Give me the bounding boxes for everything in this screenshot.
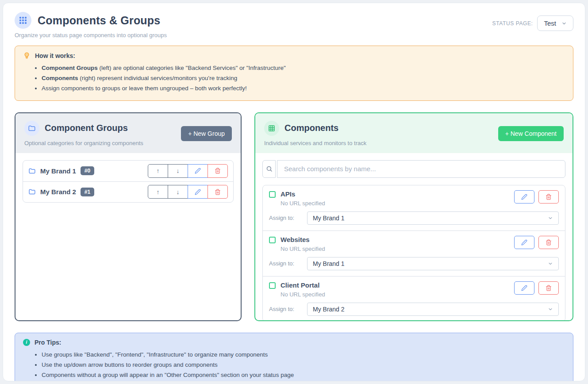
component-search <box>262 160 565 178</box>
component-groups-panel: Component Groups Optional categories for… <box>15 112 242 321</box>
how-it-works-item: Assign components to groups or leave the… <box>42 83 565 93</box>
how-it-works-list: Component Groups (left) are optional cat… <box>23 63 565 94</box>
component-row: Websites No URL specified <box>263 230 565 276</box>
how-it-works-box: How it works: Component Groups (left) ar… <box>15 46 573 101</box>
group-row: My Brand 2 #1 ↑ ↓ <box>23 181 233 202</box>
component-checkbox[interactable] <box>269 191 276 198</box>
pencil-icon <box>195 189 201 195</box>
trash-icon <box>215 168 221 174</box>
search-icon <box>266 165 273 172</box>
component-actions <box>514 190 559 204</box>
page-subtitle: Organize your status page components int… <box>15 32 167 38</box>
chevron-down-icon <box>548 261 553 266</box>
assign-group-select[interactable]: My Brand 1 <box>307 257 559 270</box>
component-row: APIs No URL specified <box>263 185 565 230</box>
status-page-value: Test <box>544 19 556 27</box>
group-order-badge: #0 <box>81 166 94 175</box>
delete-group-button[interactable] <box>208 185 228 199</box>
page-header-left: Components & Groups Organize your status… <box>15 12 167 38</box>
pro-tips-list: Use groups like "Backend", "Frontend", "… <box>23 349 565 380</box>
delete-component-button[interactable] <box>538 281 559 295</box>
trash-icon <box>546 194 552 200</box>
component-groups-subtitle: Optional categories for organizing compo… <box>24 140 143 146</box>
pro-tips-item: Components without a group will appear i… <box>42 370 565 380</box>
assign-group-select[interactable]: My Brand 1 <box>307 211 559 225</box>
folder-icon <box>28 124 36 132</box>
group-actions: ↑ ↓ <box>148 164 228 178</box>
chevron-down-icon <box>548 307 553 312</box>
group-name: My Brand 2 <box>40 188 76 196</box>
edit-component-button[interactable] <box>514 236 534 249</box>
page-title: Components & Groups <box>38 14 160 27</box>
pro-tips-title: Pro Tips: <box>35 339 61 346</box>
move-group-up-button[interactable]: ↑ <box>148 164 168 178</box>
components-panel: Components Individual services and monit… <box>254 112 573 321</box>
lightbulb-icon <box>23 52 31 59</box>
chevron-down-icon <box>548 215 553 221</box>
component-name: APIs <box>281 190 325 198</box>
bullet-bold: Component Groups <box>42 65 98 71</box>
component-actions <box>514 281 559 295</box>
pencil-icon <box>195 168 201 174</box>
folder-icon <box>28 188 36 196</box>
pencil-icon <box>521 194 527 200</box>
assign-to-label: Assign to: <box>269 306 298 312</box>
bullet-text: (left) are optional categories like "Bac… <box>98 65 286 71</box>
assign-to-label: Assign to: <box>269 260 298 267</box>
pro-tips-item: Use the up/down arrow buttons to reorder… <box>42 360 565 370</box>
page-header: Components & Groups Organize your status… <box>15 12 573 38</box>
status-page-select[interactable]: Test <box>537 15 573 31</box>
components-title: Components <box>284 123 338 133</box>
component-name: Websites <box>281 236 325 243</box>
component-groups-header: Component Groups Optional categories for… <box>15 113 241 153</box>
move-group-down-button[interactable]: ↓ <box>168 185 188 199</box>
info-icon: i <box>23 339 30 346</box>
component-checkbox[interactable] <box>269 282 276 289</box>
component-url-status: No URL specified <box>281 246 325 252</box>
pencil-icon <box>521 285 527 291</box>
component-list: APIs No URL specified <box>262 185 565 321</box>
component-row: Client Portal No URL specified <box>263 276 565 321</box>
edit-group-button[interactable] <box>188 164 208 178</box>
component-url-status: No URL specified <box>281 291 325 298</box>
how-it-works-item: Component Groups (left) are optional cat… <box>42 63 565 73</box>
pro-tips-item: Use groups like "Backend", "Frontend", "… <box>42 349 565 360</box>
panels-row: Component Groups Optional categories for… <box>15 112 573 321</box>
search-icon-box <box>262 160 276 178</box>
components-subtitle: Individual services and monitors to trac… <box>264 140 366 146</box>
assign-group-select[interactable]: My Brand 2 <box>307 303 559 316</box>
edit-component-button[interactable] <box>514 281 534 295</box>
grid-dots-icon <box>19 17 27 24</box>
edit-component-button[interactable] <box>514 190 534 204</box>
edit-group-button[interactable] <box>188 185 208 199</box>
folder-icon <box>28 167 36 175</box>
new-group-button[interactable]: + New Group <box>181 126 232 141</box>
how-it-works-item: Components (right) represent individual … <box>42 73 565 83</box>
trash-icon <box>546 239 552 246</box>
assigned-group-value: My Brand 1 <box>313 215 345 222</box>
component-url-status: No URL specified <box>281 200 325 207</box>
delete-component-button[interactable] <box>538 190 559 204</box>
bullet-bold: Components <box>42 75 78 81</box>
component-groups-title: Component Groups <box>45 123 128 133</box>
pencil-icon <box>521 239 527 246</box>
assigned-group-value: My Brand 2 <box>313 306 345 313</box>
search-components-input[interactable] <box>277 160 565 178</box>
components-groups-icon <box>15 12 31 29</box>
table-grid-icon-badge <box>264 121 279 136</box>
status-page-switcher: STATUS PAGE: Test <box>492 15 573 31</box>
components-body: APIs No URL specified <box>255 153 573 321</box>
new-component-button[interactable]: + New Component <box>498 126 564 141</box>
delete-group-button[interactable] <box>208 164 228 178</box>
component-checkbox[interactable] <box>269 237 276 243</box>
group-list: My Brand 1 #0 ↑ ↓ <box>23 160 234 203</box>
delete-component-button[interactable] <box>538 236 559 249</box>
move-group-down-button[interactable]: ↓ <box>168 164 188 178</box>
chevron-down-icon <box>561 21 567 26</box>
trash-icon <box>215 189 221 195</box>
bullet-text: Assign components to groups or leave the… <box>42 85 247 92</box>
pro-tips-box: i Pro Tips: Use groups like "Backend", "… <box>15 333 573 381</box>
move-group-up-button[interactable]: ↑ <box>148 185 168 199</box>
how-it-works-title: How it works: <box>35 52 75 59</box>
trash-icon <box>546 285 552 291</box>
